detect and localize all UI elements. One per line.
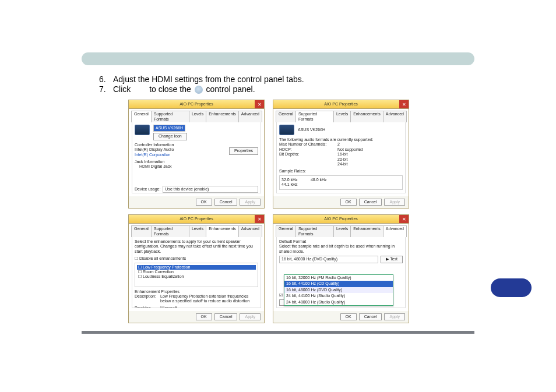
close-button[interactable]: ✕ (399, 100, 409, 108)
section-header-bar (82, 52, 474, 65)
dialog-advanced: AIO PC Properties ✕ General Supported Fo… (273, 214, 409, 323)
encoded-header: Encoded Formats: (279, 192, 403, 193)
close-button[interactable]: ✕ (399, 215, 409, 223)
hdcp-value: Not supported (337, 147, 363, 152)
tab-strip: General Supported Formats Levels Enhance… (273, 109, 409, 122)
change-icon-button[interactable]: Change Icon (153, 133, 187, 140)
desc-value: Low Frequency Protection extension frequ… (160, 294, 258, 304)
ok-button[interactable]: OK (340, 313, 357, 320)
dialog-enhancements: AIO PC Properties ✕ General Supported Fo… (128, 214, 265, 323)
titlebar: AIO PC Properties ✕ (129, 100, 264, 109)
tab-enhancements[interactable]: Enhancements (206, 225, 239, 237)
max-channels-value: 2 (337, 142, 340, 147)
controller-line: Intel(R) Display Audio (135, 147, 174, 152)
test-button[interactable]: ▶ Test (381, 256, 403, 263)
monitor-icon (135, 125, 150, 135)
default-format-header: Default Format (279, 239, 403, 244)
tab-levels[interactable]: Levels (333, 111, 351, 122)
tab-supported[interactable]: Supported Formats (295, 111, 334, 122)
apply-button[interactable]: Apply (384, 199, 405, 206)
step-number: 6. (99, 75, 113, 84)
hdcp-label: HDCP: (279, 147, 337, 152)
provider-value: Microsoft (160, 306, 177, 308)
tab-supported[interactable]: Supported Formats (295, 225, 334, 237)
close-icon: ✕ (258, 102, 262, 108)
tab-enhancements[interactable]: Enhancements (206, 111, 239, 122)
bitdepth-label: Bit Depths: (279, 152, 337, 167)
desc-label: Description: (135, 294, 160, 304)
tab-enhancements[interactable]: Enhancements (350, 111, 383, 122)
sound-icon (195, 86, 203, 94)
dialog-title: AIO PC Properties (324, 102, 358, 107)
sample-rates-header: Sample Rates: (279, 169, 403, 174)
device-name: ASUS VK266H (298, 128, 325, 132)
titlebar: AIO PC Properties ✕ (129, 215, 264, 224)
default-format-intro: Select the sample rate and bit depth to … (279, 244, 403, 254)
format-option[interactable]: 16 bit, 32000 Hz (FM Radio Quality) (284, 275, 393, 281)
enhancements-list: Low Frequency Protection Room Correction… (135, 263, 258, 287)
device-name-field[interactable]: ASUS VK266H (153, 125, 185, 132)
dialog-title: AIO PC Properties (180, 217, 213, 221)
tab-supported[interactable]: Supported Formats (151, 225, 189, 237)
device-usage-select[interactable]: Use this device (enable) (163, 186, 258, 193)
cancel-button[interactable]: Cancel (214, 313, 238, 320)
cancel-button[interactable]: Cancel (359, 313, 382, 320)
list-item[interactable]: Room Correction (137, 270, 256, 274)
format-option[interactable]: 16 bit, 48000 Hz (DVD Quality) (284, 287, 393, 293)
apply-button[interactable]: Apply (384, 313, 405, 320)
provider-label: Provider: (135, 306, 160, 308)
instruction-list: 6. Adjust the HDMI settings from the con… (99, 75, 527, 94)
list-item[interactable]: Loudness Equalization (137, 274, 256, 279)
apply-button[interactable]: Apply (240, 313, 261, 320)
tab-strip: General Supported Formats Levels Enhance… (129, 224, 264, 237)
tab-general[interactable]: General (276, 111, 296, 122)
close-button[interactable]: ✕ (255, 215, 264, 223)
tab-levels[interactable]: Levels (189, 111, 206, 122)
enh-props-header: Enhancement Properties (135, 289, 258, 294)
tab-advanced[interactable]: Advanced (383, 225, 407, 237)
disable-all-checkbox[interactable]: Disable all enhancements (135, 256, 258, 261)
tab-supported[interactable]: Supported Formats (151, 111, 189, 122)
close-icon: ✕ (258, 217, 262, 223)
tab-strip: General Supported Formats Levels Enhance… (129, 109, 264, 122)
tab-enhancements[interactable]: Enhancements (350, 225, 383, 237)
sample-rates-box: 32.0 kHz 48.0 kHz 44.1 kHz (279, 175, 403, 190)
cancel-button[interactable]: Cancel (359, 199, 382, 206)
dialog-supported: AIO PC Properties ✕ General Supported Fo… (273, 100, 409, 209)
ok-button[interactable]: OK (340, 199, 357, 206)
enh-intro: Select the enhancements to apply for you… (135, 239, 258, 254)
format-option[interactable]: 24 bit, 44100 Hz (Studio Quality) (284, 293, 393, 299)
step-7: 7. Click to close the control panel. (99, 84, 527, 94)
dialog-title: AIO PC Properties (324, 217, 358, 221)
jack-value: HDMI Digital Jack (139, 164, 258, 169)
format-option[interactable]: 16 bit, 44100 Hz (CD Quality) (284, 281, 393, 287)
list-item[interactable]: Low Frequency Protection (137, 265, 256, 270)
monitor-icon (279, 125, 294, 135)
tab-general[interactable]: General (131, 111, 152, 122)
ok-button[interactable]: OK (196, 313, 212, 320)
close-icon: ✕ (402, 217, 406, 223)
tab-advanced[interactable]: Advanced (238, 111, 262, 122)
tab-advanced[interactable]: Advanced (383, 111, 407, 122)
format-option[interactable]: 24 bit, 48000 Hz (Studio Quality) (284, 299, 393, 305)
bitdepth-values: 16-bit20-bit24-bit (337, 152, 348, 167)
step-text: Click to close the control panel. (113, 84, 255, 94)
tab-levels[interactable]: Levels (333, 225, 351, 237)
close-button[interactable]: ✕ (255, 100, 264, 108)
titlebar: AIO PC Properties ✕ (273, 215, 409, 224)
tab-general[interactable]: General (276, 225, 296, 237)
step-text: Adjust the HDMI settings from the contro… (113, 75, 304, 84)
close-icon: ✕ (402, 102, 406, 108)
ok-button[interactable]: OK (196, 199, 212, 206)
tab-advanced[interactable]: Advanced (238, 225, 262, 237)
format-select[interactable]: 16 bit, 48000 Hz (DVD Quality) (279, 256, 378, 263)
tab-general[interactable]: General (131, 225, 152, 237)
footer-rule (82, 331, 474, 334)
cancel-button[interactable]: Cancel (214, 199, 238, 206)
controller-header: Controller Information (135, 143, 258, 147)
properties-button[interactable]: Properties (229, 147, 258, 154)
apply-button[interactable]: Apply (240, 199, 261, 206)
tab-levels[interactable]: Levels (189, 225, 206, 237)
titlebar: AIO PC Properties ✕ (273, 100, 409, 109)
tab-strip: General Supported Formats Levels Enhance… (273, 224, 409, 237)
